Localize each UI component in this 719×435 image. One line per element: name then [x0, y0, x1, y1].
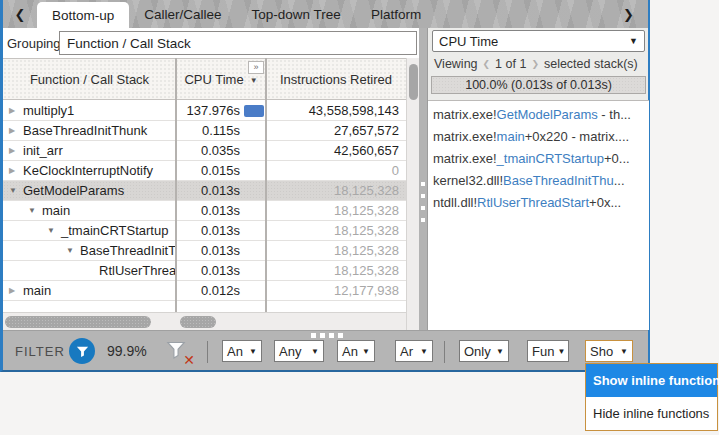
- filter-dropdown-fun[interactable]: Fun▼: [527, 340, 569, 362]
- pane-splitter[interactable]: [419, 28, 427, 330]
- instructions-retired-cell: 18,125,328: [266, 221, 406, 240]
- tab-caller-callee[interactable]: Caller/Callee: [129, 0, 236, 28]
- frame-offset: ...: [614, 173, 625, 188]
- filter-divider: [207, 341, 208, 363]
- filter-percent: 99.9%: [107, 343, 147, 359]
- red-x-glyph: ✕: [183, 352, 195, 368]
- vertical-scrollbar-thumb[interactable]: [409, 64, 418, 100]
- next-stack-icon[interactable]: ❯: [531, 59, 539, 69]
- forward-chevron-icon[interactable]: ❯: [623, 0, 634, 28]
- function-name: BaseThreadInitThu: [80, 243, 176, 258]
- filter-dropdown-only[interactable]: Only▼: [459, 340, 509, 362]
- horizontal-scrollbar-thumb[interactable]: [180, 316, 216, 328]
- frame-offset: +0...: [604, 151, 630, 166]
- cpu-time-cell: 0.013s: [176, 221, 266, 240]
- function-cell: ▼main: [3, 201, 176, 220]
- expand-triangle-icon[interactable]: ▶: [9, 286, 23, 295]
- instructions-retired-cell: 0: [266, 161, 406, 180]
- column-header-instructions[interactable]: Instructions Retired: [266, 59, 406, 99]
- expand-triangle-icon[interactable]: ▶: [9, 166, 23, 175]
- stack-frame[interactable]: matrix.exe!_tmainCRTStartup+0...: [428, 148, 649, 170]
- back-chevron-icon[interactable]: ❮: [3, 0, 37, 28]
- filter-dropdown-label: Ar: [400, 344, 413, 359]
- stack-frame[interactable]: ntdll.dll!RtlUserThreadStart+0x...: [428, 192, 649, 214]
- expand-triangle-icon[interactable]: ▶: [9, 146, 23, 155]
- table-row[interactable]: RtlUserThreadS0.013s18,125,328: [3, 261, 406, 281]
- profiler-window: ❮ Bottom-upCaller/CalleeTop-down TreePla…: [0, 0, 650, 372]
- inline-functions-menu: Show inline functionsHide inline functio…: [585, 363, 718, 431]
- filter-dropdown-an[interactable]: An▼: [337, 340, 375, 362]
- filter-dropdown-ar[interactable]: Ar▼: [395, 340, 433, 362]
- stack-frame[interactable]: matrix.exe!GetModelParams - th...: [428, 104, 649, 126]
- table-row[interactable]: ▼_tmainCRTStartup0.013s18,125,328: [3, 221, 406, 241]
- table-row[interactable]: ▶main0.012s12,177,938: [3, 281, 406, 301]
- tab-bottom-up[interactable]: Bottom-up: [37, 2, 129, 28]
- stack-metric-value: CPU Time: [439, 34, 498, 49]
- expand-triangle-icon[interactable]: ▶: [9, 106, 23, 115]
- table-row[interactable]: ▼GetModelParams0.013s18,125,328: [3, 181, 406, 201]
- filterbar-grip[interactable]: [311, 333, 343, 338]
- stack-frame[interactable]: matrix.exe!main+0x220 - matrix....: [428, 126, 649, 148]
- frame-module: kernel32.dll!: [433, 173, 503, 188]
- vertical-scrollbar[interactable]: [406, 58, 419, 330]
- frame-function-link[interactable]: GetModelParams: [497, 107, 598, 122]
- cpu-time-value: 0.013s: [176, 263, 240, 278]
- filter-funnel-icon[interactable]: [69, 338, 95, 364]
- filter-dropdown-an[interactable]: An▼: [222, 340, 262, 362]
- filter-dropdown-label: An: [342, 344, 358, 359]
- function-name: main: [42, 203, 70, 218]
- table-row[interactable]: ▶init_arr0.035s42,560,657: [3, 141, 406, 161]
- collapse-triangle-icon[interactable]: ▼: [47, 226, 61, 235]
- expand-triangle-icon[interactable]: ▶: [9, 126, 23, 135]
- frame-function-link[interactable]: RtlUserThreadStart: [477, 195, 589, 210]
- function-name: multiply1: [23, 103, 74, 118]
- table-row[interactable]: ▶BaseThreadInitThunk0.115s27,657,572: [3, 121, 406, 141]
- funnel-glyph: [75, 344, 90, 359]
- column-header-cpu-time[interactable]: CPU Time ▼ »: [176, 59, 266, 99]
- cpu-time-value: 0.013s: [176, 223, 240, 238]
- stack-frame[interactable]: kernel32.dll!BaseThreadInitThu...: [428, 170, 649, 192]
- function-name: GetModelParams: [23, 183, 124, 198]
- menu-item-show-inline-functions[interactable]: Show inline functions: [586, 364, 717, 397]
- collapse-triangle-icon[interactable]: ▼: [9, 186, 23, 195]
- previous-stack-icon[interactable]: ❮: [483, 59, 491, 69]
- expand-column-button[interactable]: »: [248, 61, 264, 74]
- tab-platform[interactable]: Platform: [356, 0, 436, 28]
- instructions-retired-cell: 18,125,328: [266, 181, 406, 200]
- cpu-time-value: 137.976s: [176, 103, 240, 118]
- instructions-retired-cell: 18,125,328: [266, 241, 406, 260]
- cpu-time-bar-zone: [240, 105, 266, 117]
- stack-viewing-row: Viewing ❮ 1 of 1 ❯ selected stack(s): [428, 54, 649, 74]
- frame-function-link[interactable]: BaseThreadInitThu: [503, 173, 614, 188]
- stack-count-label: selected stack(s): [544, 57, 638, 71]
- cpu-time-cell: 137.976s: [176, 101, 266, 120]
- grouping-select[interactable]: Function / Call Stack: [59, 31, 417, 55]
- chevron-down-icon: ▼: [359, 347, 370, 356]
- horizontal-scrollbar[interactable]: [3, 312, 406, 330]
- table-row[interactable]: ▼BaseThreadInitThu0.013s18,125,328: [3, 241, 406, 261]
- instructions-retired-cell: 18,125,328: [266, 261, 406, 280]
- frame-offset: +0x220 - matrix....: [525, 129, 629, 144]
- grid-panel: Grouping: Function / Call Stack Function…: [3, 28, 421, 330]
- collapse-triangle-icon[interactable]: ▼: [28, 206, 42, 215]
- filter-dropdown-any[interactable]: Any▼: [274, 340, 324, 362]
- tab-top-down-tree[interactable]: Top-down Tree: [237, 0, 356, 28]
- menu-item-hide-inline-functions[interactable]: Hide inline functions: [586, 397, 717, 430]
- cpu-time-value: 0.035s: [176, 143, 240, 158]
- table-row[interactable]: ▶multiply1137.976s43,558,598,143: [3, 101, 406, 121]
- function-cell: ▶BaseThreadInitThunk: [3, 121, 176, 140]
- frame-function-link[interactable]: main: [497, 129, 525, 144]
- horizontal-scrollbar-thumb[interactable]: [5, 316, 151, 328]
- frame-function-link[interactable]: _tmainCRTStartup: [497, 151, 604, 166]
- column-header-function[interactable]: Function / Call Stack: [3, 59, 176, 99]
- stack-position: 1 of 1: [495, 57, 526, 71]
- cpu-time-cell: 0.013s: [176, 261, 266, 280]
- stack-metric-select[interactable]: CPU Time ▼: [432, 30, 645, 52]
- function-cell: RtlUserThreadS: [3, 261, 176, 280]
- collapse-triangle-icon[interactable]: ▼: [66, 246, 80, 255]
- filter-dropdown-sho[interactable]: Sho▼: [585, 340, 633, 362]
- table-row[interactable]: ▼main0.013s18,125,328: [3, 201, 406, 221]
- clear-filter-icon[interactable]: ✕: [165, 339, 193, 365]
- filter-dropdown-label: An: [227, 344, 243, 359]
- table-row[interactable]: ▶KeClockInterruptNotify0.015s0: [3, 161, 406, 181]
